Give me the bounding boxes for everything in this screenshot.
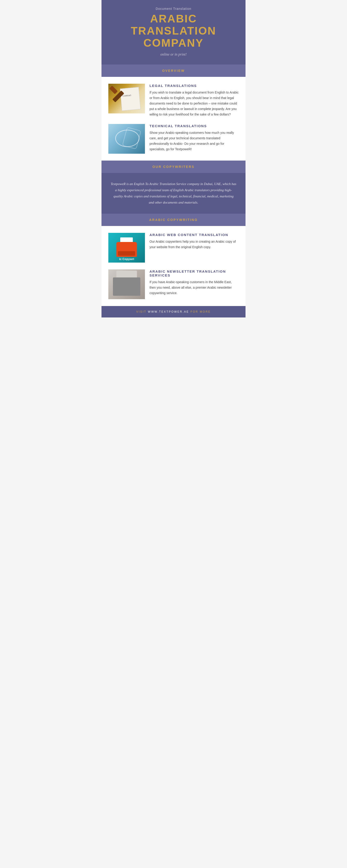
web-content-body: Our Arabic copywriters help you in creat… — [150, 239, 239, 250]
newsletter-image — [108, 270, 145, 299]
technical-translations-item: TECHNICAL TRANSLATIONS Show your Arabic-… — [108, 124, 239, 154]
newsletter-text: ARABIC NEWSLETTER TRANSLATION SERVICES I… — [150, 270, 239, 296]
web-image-overlay: ic Copywri — [108, 257, 145, 261]
newsletter-heading: ARABIC NEWSLETTER TRANSLATION SERVICES — [150, 270, 239, 277]
footer-text: VISIT WWW.TEXTPOWER.AE FOR MORE — [106, 310, 241, 313]
footer-text-after: FOR MORE — [190, 310, 211, 313]
legal-translations-item: LEGAL TRANSLATIONS If you wish to transl… — [108, 84, 239, 117]
technical-heading: TECHNICAL TRANSLATIONS — [150, 124, 239, 128]
hands-laptop — [113, 277, 140, 296]
technical-body: Show your Arabic-speaking customers how … — [150, 130, 239, 152]
legal-text: LEGAL TRANSLATIONS If you wish to transl… — [150, 84, 239, 117]
header-title: ARABIC TRANSLATION COMPANY — [111, 13, 236, 49]
overview-section: LEGAL TRANSLATIONS If you wish to transl… — [101, 77, 246, 161]
legal-body: If you wish to translate a legal documen… — [150, 90, 239, 117]
copywriters-banner-label: OUR COPYWRITERS — [153, 165, 194, 168]
footer-text-before: VISIT — [136, 310, 148, 313]
web-content-heading: ARABIC WEB CONTENT TRANSLATION — [150, 233, 239, 237]
web-content-text: ARABIC WEB CONTENT TRANSLATION Our Arabi… — [150, 233, 239, 250]
typewriter-keys — [118, 251, 135, 256]
technical-text: TECHNICAL TRANSLATIONS Show your Arabic-… — [150, 124, 239, 152]
header-tagline: online or in print! — [111, 52, 236, 57]
overview-banner: OVERVIEW — [101, 64, 246, 77]
copywriters-section: TextpoweR is an English To Arabic Transl… — [101, 173, 246, 214]
legal-image — [108, 84, 145, 114]
copywriters-banner: OUR COPYWRITERS — [101, 161, 246, 173]
web-content-image: ic Copywri — [108, 233, 145, 262]
footer: VISIT WWW.TEXTPOWER.AE FOR MORE — [101, 306, 246, 317]
overview-banner-label: OVERVIEW — [162, 69, 185, 72]
copywriters-body: TextpoweR is an English To Arabic Transl… — [111, 181, 236, 206]
copywriting-section: ic Copywri ARABIC WEB CONTENT TRANSLATIO… — [101, 226, 246, 306]
gavel-head — [109, 86, 118, 94]
newsletter-body: If you have Arabic-speaking customers in… — [150, 279, 239, 296]
copywriting-banner-label: ARABIC COPYWRITING — [149, 218, 198, 222]
footer-url[interactable]: WWW.TEXTPOWER.AE — [148, 310, 190, 313]
copywriting-banner: ARABIC COPYWRITING — [101, 214, 246, 226]
header-subtitle: Document Translation — [111, 7, 236, 10]
web-content-item: ic Copywri ARABIC WEB CONTENT TRANSLATIO… — [108, 233, 239, 262]
header: Document Translation ARABIC TRANSLATION … — [101, 0, 246, 64]
technical-image — [108, 124, 145, 154]
newsletter-item: ARABIC NEWSLETTER TRANSLATION SERVICES I… — [108, 270, 239, 299]
legal-heading: LEGAL TRANSLATIONS — [150, 84, 239, 88]
